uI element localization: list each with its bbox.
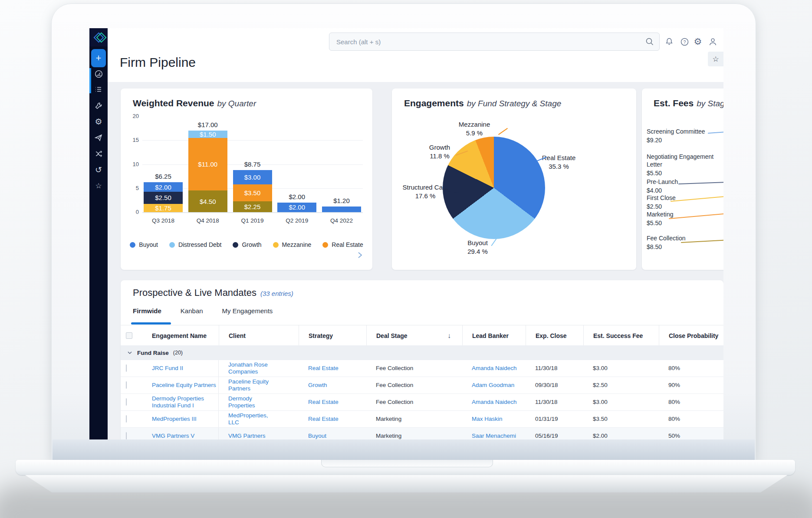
client-link[interactable]: MedProperties, LLC [228, 412, 268, 426]
col-strategy[interactable]: Strategy [299, 325, 366, 346]
checkbox[interactable] [126, 364, 127, 372]
add-button[interactable]: + [91, 49, 106, 67]
row-select[interactable] [121, 382, 142, 389]
bar-segment-Structured Capital[interactable]: $2.25 [233, 201, 272, 212]
table-row[interactable]: MedProperties IIIMedProperties, LLCReal … [121, 411, 723, 428]
cell-strategy[interactable]: Real Estate [299, 416, 366, 423]
lead_banker-link[interactable]: Adam Goodman [472, 382, 514, 388]
cell-strategy[interactable]: Growth [299, 382, 366, 389]
cell-engagement[interactable]: Paceline Equity Partners [142, 377, 219, 393]
tab-my-engagements[interactable]: My Engagements [222, 307, 273, 321]
sidebar-item-settings[interactable]: ⚙ [89, 115, 108, 128]
checkbox[interactable] [126, 381, 127, 389]
col-deal-stage[interactable]: Deal Stage↓ [366, 325, 462, 346]
bar-segment-Real Estate[interactable]: $3.50 [233, 184, 272, 201]
bar-Q2 2019[interactable]: $2.00$2.00 [277, 203, 316, 212]
sidebar-item-workflow[interactable] [89, 147, 108, 160]
client-link[interactable]: Dermody Properties [228, 395, 255, 409]
col-close-probability[interactable]: Close Probability [659, 325, 723, 346]
header-select-all[interactable] [121, 325, 142, 346]
profile-button[interactable] [707, 36, 718, 47]
bar-segment-Distressed Debt[interactable]: $1.50 [188, 131, 227, 138]
col-client[interactable]: Client [219, 325, 299, 346]
engagement-link[interactable]: Dermody Properties Industrial Fund I [152, 395, 218, 410]
lead_banker-link[interactable]: Saar Menachemi [472, 433, 516, 439]
cell-client[interactable]: Dermody Properties [219, 395, 299, 410]
checkbox[interactable] [126, 398, 127, 406]
search-input[interactable] [335, 38, 639, 46]
col-engagement-name[interactable]: Engagement Name [142, 325, 219, 346]
cell-client[interactable]: Jonathan Rose Companies [219, 361, 299, 376]
legend-item-Real Estate[interactable]: Real Estate [322, 241, 363, 248]
bar-segment-Buyout[interactable]: $2.00 [277, 203, 316, 212]
cell-lead_banker[interactable]: Amanda Naidech [462, 365, 526, 372]
engagement-link[interactable]: JRC Fund II [152, 365, 183, 372]
notifications-button[interactable] [664, 36, 675, 47]
help-button[interactable]: ? [679, 36, 690, 47]
bar-segment-Buyout[interactable] [322, 207, 361, 212]
row-select[interactable] [121, 433, 142, 439]
settings-button[interactable]: ⚙ [692, 36, 704, 47]
tab-firmwide[interactable]: Firmwide [133, 307, 161, 321]
checkbox[interactable] [126, 415, 127, 423]
bar-segment-Structured Capital[interactable]: $4.50 [188, 190, 227, 212]
cell-lead_banker[interactable]: Amanda Naidech [462, 399, 526, 406]
legend-item-Growth[interactable]: Growth [233, 241, 261, 248]
row-select[interactable] [121, 416, 142, 423]
cell-strategy[interactable]: Buyout [299, 433, 366, 439]
search-icon[interactable] [645, 37, 654, 46]
engagement-link[interactable]: Paceline Equity Partners [152, 382, 216, 389]
strategy-link[interactable]: Real Estate [308, 365, 339, 371]
cell-strategy[interactable]: Real Estate [299, 399, 366, 406]
col-lead-banker[interactable]: Lead Banker [462, 325, 526, 346]
client-link[interactable]: VMG Partners [228, 433, 266, 439]
bar-Q3 2018[interactable]: $1.75$2.50$2.00$6.25 [144, 182, 183, 212]
client-link[interactable]: Paceline Equity Partners [228, 378, 269, 392]
lead_banker-link[interactable]: Max Haskin [472, 416, 503, 422]
legend-item-Distressed Debt[interactable]: Distressed Debt [169, 241, 222, 248]
bar-Q4 2022[interactable]: $1.20 [322, 207, 361, 212]
cell-lead_banker[interactable]: Adam Goodman [462, 382, 526, 389]
bar-segment-Buyout[interactable]: $2.00 [144, 182, 183, 192]
col-exp-close[interactable]: Exp. Close [526, 325, 583, 346]
table-row[interactable]: JRC Fund IIJonathan Rose CompaniesReal E… [121, 360, 723, 377]
cell-lead_banker[interactable]: Saar Menachemi [462, 433, 526, 439]
sort-desc-icon[interactable]: ↓ [447, 332, 451, 340]
cell-lead_banker[interactable]: Max Haskin [462, 416, 526, 423]
sidebar-item-history[interactable]: ↺ [89, 163, 108, 176]
col-est-success-fee[interactable]: Est. Success Fee [583, 325, 659, 346]
bar-segment-Growth[interactable]: $2.50 [144, 192, 183, 204]
bar-Q4 2018[interactable]: $4.50$11.00$1.50$17.00 [188, 131, 227, 212]
cell-client[interactable]: MedProperties, LLC [219, 412, 299, 426]
strategy-link[interactable]: Real Estate [308, 399, 339, 405]
global-search[interactable] [329, 33, 660, 51]
tab-kanban[interactable]: Kanban [181, 307, 203, 321]
bar-segment-Real Estate[interactable]: $11.00 [188, 138, 227, 191]
cell-client[interactable]: Paceline Equity Partners [219, 378, 299, 393]
group-row-fund-raise[interactable]: Fund Raise (20) [121, 345, 723, 360]
lead_banker-link[interactable]: Amanda Naidech [472, 399, 517, 405]
engagement-link[interactable]: VMG Partners V [152, 433, 194, 439]
strategy-link[interactable]: Buyout [308, 433, 326, 439]
checkbox[interactable] [126, 432, 127, 439]
checkbox[interactable] [126, 332, 132, 339]
cell-engagement[interactable]: VMG Partners V [142, 428, 219, 439]
legend-more-button[interactable] [356, 251, 364, 261]
cell-engagement[interactable]: Dermody Properties Industrial Fund I [142, 394, 219, 410]
cell-strategy[interactable]: Real Estate [299, 365, 366, 372]
cell-engagement[interactable]: JRC Fund II [142, 360, 219, 377]
client-link[interactable]: Jonathan Rose Companies [228, 361, 268, 375]
row-select[interactable] [121, 365, 142, 372]
table-row[interactable]: VMG Partners VVMG PartnersBuyoutMarketin… [121, 428, 723, 439]
sidebar-item-send[interactable] [89, 131, 108, 144]
strategy-link[interactable]: Real Estate [308, 416, 339, 422]
bar-segment-Buyout[interactable]: $3.00 [233, 170, 272, 184]
chevron-down-icon[interactable] [127, 350, 133, 356]
sidebar-item-favorites[interactable]: ☆ [89, 179, 108, 192]
legend-item-Mezzanine[interactable]: Mezzanine [273, 241, 312, 248]
table-row[interactable]: Paceline Equity PartnersPaceline Equity … [121, 377, 723, 394]
app-logo[interactable] [89, 28, 108, 46]
sidebar-item-dashboard[interactable] [89, 67, 108, 80]
bar-Q1 2019[interactable]: $2.25$3.50$3.00$8.75 [233, 170, 272, 212]
cell-client[interactable]: VMG Partners [219, 433, 299, 439]
